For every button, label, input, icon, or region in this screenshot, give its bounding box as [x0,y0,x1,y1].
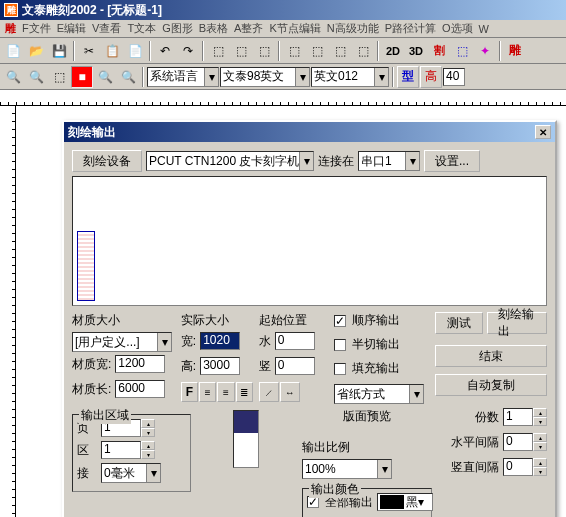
mat-w-input[interactable]: 1200 [115,355,165,373]
3d-button[interactable]: 3D [405,40,427,62]
menu-view[interactable]: V查看 [89,21,124,36]
zoom-in-button[interactable]: 🔍 [2,66,24,88]
height-button[interactable]: 高 [420,66,442,88]
height-value[interactable]: 40 [443,68,465,86]
zone-spinner[interactable]: ▴▾ [141,441,155,459]
menu-edit[interactable]: E编辑 [54,21,89,36]
half-check[interactable] [334,339,346,351]
color-swatch [233,410,259,468]
tool-d[interactable]: ⬚ [283,40,305,62]
tool-x2[interactable]: ✦ [474,40,496,62]
preview-area [72,176,547,306]
open-button[interactable]: 📂 [25,40,47,62]
hgap-input[interactable]: 0 [503,433,533,451]
end-button[interactable]: 结束 [435,345,547,367]
style-combo[interactable]: 英文012▾ [311,67,389,87]
real-w-label: 宽: [181,333,196,350]
zone-input[interactable]: 1 [101,441,141,459]
paste-button[interactable]: 📄 [124,40,146,62]
toolbar-font: 🔍 🔍 ⬚ ■ 🔍 🔍 系统语言▾ 文泰98英文▾ 英文012▾ 型 高 40 [0,64,566,90]
real-h-label: 高: [181,358,196,375]
align-just-icon[interactable]: ≣ [236,382,253,402]
new-button[interactable]: 📄 [2,40,24,62]
zoom-1-button[interactable]: 🔍 [94,66,116,88]
start-x-input[interactable]: 0 [275,332,315,350]
page-spinner[interactable]: ▴▾ [141,419,155,437]
menu-path[interactable]: P路径计算 [382,21,439,36]
close-button[interactable]: ✕ [535,125,551,139]
zoom-2-button[interactable]: 🔍 [117,66,139,88]
real-w-input[interactable]: 1020 [200,332,240,350]
zone-label: 区 [77,442,97,459]
flip-h-icon[interactable]: ⟋ [259,382,279,402]
settings-button[interactable]: 设置... [424,150,480,172]
menubar: 雕 F文件 E编辑 V查看 T文本 G图形 B表格 A整齐 K节点编辑 N高级功… [0,20,566,38]
align-center-icon[interactable]: ≡ [199,382,216,402]
engrave-button[interactable]: 雕 [504,40,526,62]
menu-app[interactable]: 雕 [2,21,19,36]
device-button[interactable]: 刻绘设备 [72,150,142,172]
tool-x1[interactable]: ⬚ [451,40,473,62]
vgap-spinner[interactable]: ▴▾ [533,458,547,476]
fill-check[interactable] [334,363,346,375]
order-check[interactable]: ✓ [334,315,346,327]
material-combo[interactable]: [用户定义...]▾ [72,332,172,352]
2d-button[interactable]: 2D [382,40,404,62]
copy-button[interactable]: 📋 [101,40,123,62]
join-combo[interactable]: 0毫米▾ [101,463,161,483]
menu-window[interactable]: W [476,23,492,35]
menu-file[interactable]: F文件 [19,21,54,36]
menu-table[interactable]: B表格 [196,21,231,36]
tool-a[interactable]: ⬚ [207,40,229,62]
tool-f[interactable]: ⬚ [329,40,351,62]
paper-combo[interactable]: 省纸方式▾ [334,384,424,404]
mat-l-label: 材质长: [72,381,111,398]
zoom-fit-button[interactable]: ⬚ [48,66,70,88]
menu-options[interactable]: O选项 [439,21,476,36]
copies-input[interactable]: 1 [503,408,533,426]
output-button[interactable]: 刻绘输出 [487,312,547,334]
tool-c[interactable]: ⬚ [253,40,275,62]
menu-node[interactable]: K节点编辑 [266,21,323,36]
color-combo[interactable]: 黑▾ [377,493,433,511]
menu-advanced[interactable]: N高级功能 [324,21,382,36]
tool-e[interactable]: ⬚ [306,40,328,62]
align-right-icon[interactable]: ≡ [217,382,234,402]
start-title: 起始位置 [259,312,328,329]
font-combo[interactable]: 文泰98英文▾ [220,67,310,87]
vgap-input[interactable]: 0 [503,458,533,476]
tool-g[interactable]: ⬚ [352,40,374,62]
align-left-icon[interactable]: F [181,382,198,402]
save-button[interactable]: 💾 [48,40,70,62]
test-button[interactable]: 测试 [435,312,483,334]
cut-button[interactable]: ✂ [78,40,100,62]
ratio-title: 输出比例 [302,439,432,456]
real-h-input[interactable]: 3000 [200,357,240,375]
ratio-combo[interactable]: 100%▾ [302,459,392,479]
type-button[interactable]: 型 [397,66,419,88]
lang-combo[interactable]: 系统语言▾ [147,67,219,87]
zoom-out-button[interactable]: 🔍 [25,66,47,88]
start-y-input[interactable]: 0 [275,357,315,375]
device-combo[interactable]: PCUT CTN1200 皮卡刻字机▾ [146,151,314,171]
area-title: 输出区域 [79,407,131,424]
ruler-horizontal [0,90,566,106]
menu-align[interactable]: A整齐 [231,21,266,36]
cut-mode-button[interactable]: 割 [428,40,450,62]
connect-combo[interactable]: 串口1▾ [358,151,420,171]
flip-v-icon[interactable]: ↔ [280,382,300,402]
menu-graphic[interactable]: G图形 [159,21,196,36]
zoom-sel-button[interactable]: ■ [71,66,93,88]
copies-spinner[interactable]: ▴▾ [533,408,547,426]
redo-button[interactable]: ↷ [177,40,199,62]
connect-label: 连接在 [318,153,354,170]
menu-text[interactable]: T文本 [124,21,159,36]
copies-label: 份数 [475,409,499,426]
autocopy-button[interactable]: 自动复制 [435,374,547,396]
preview-label: 版面预览 [302,408,432,425]
undo-button[interactable]: ↶ [154,40,176,62]
mat-l-input[interactable]: 6000 [115,380,165,398]
app-icon: 雕 [4,3,18,17]
tool-b[interactable]: ⬚ [230,40,252,62]
hgap-spinner[interactable]: ▴▾ [533,433,547,451]
